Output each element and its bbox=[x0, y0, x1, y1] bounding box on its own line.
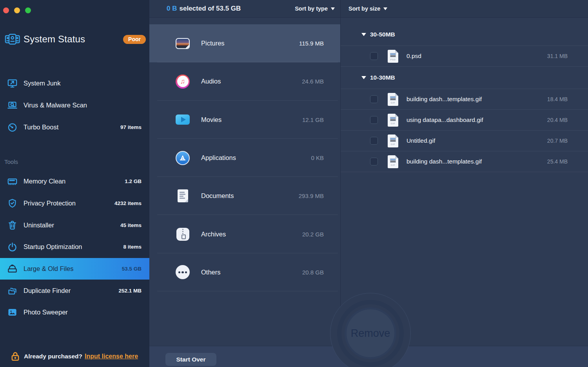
panel-header-strip: 0 Bselected of 53.5 GB Sort by type Sort… bbox=[149, 0, 588, 18]
group-collapse-icon bbox=[361, 33, 366, 36]
sidebar-item-large-old-files[interactable]: Large & Old Files 53.5 GB bbox=[0, 258, 149, 280]
category-label: Others bbox=[201, 269, 221, 276]
file-row[interactable]: gif building dash...templates.gif 25.4 M… bbox=[341, 151, 588, 172]
category-label: Archives bbox=[201, 231, 226, 238]
ellipsis-icon bbox=[176, 265, 190, 279]
license-prompt: Already purchased? bbox=[24, 353, 82, 360]
file-size: 18.4 MB bbox=[547, 96, 568, 102]
start-over-button[interactable]: Start Over bbox=[165, 353, 216, 366]
file-row[interactable]: gif using datapa...dashboard.gif 20.4 MB bbox=[341, 110, 588, 131]
file-icon: gif bbox=[388, 134, 398, 147]
tools-section-heading: Tools bbox=[4, 158, 18, 165]
sidebar-item-value: 4232 items bbox=[114, 200, 142, 206]
zoom-window-icon[interactable] bbox=[25, 7, 31, 13]
category-label: Applications bbox=[201, 154, 236, 162]
file-name: 0.psd bbox=[407, 53, 421, 60]
shield-check-icon bbox=[7, 198, 18, 209]
category-label: Pictures bbox=[201, 40, 225, 47]
group-collapse-icon bbox=[361, 76, 366, 79]
category-row-others[interactable]: Others 20.8 GB bbox=[149, 253, 340, 291]
sidebar-item-label: Virus & Malware Scan bbox=[24, 102, 87, 109]
lock-icon bbox=[10, 351, 20, 362]
file-icon: gif bbox=[388, 93, 398, 106]
file-group-10-30mb[interactable]: 10-30MB bbox=[341, 67, 588, 89]
close-window-icon[interactable] bbox=[3, 7, 9, 13]
sidebar-item-value: 1.2 GB bbox=[125, 178, 142, 184]
zip-archive-icon bbox=[176, 228, 189, 241]
file-row[interactable]: gif building dash...templates.gif 18.4 M… bbox=[341, 89, 588, 110]
selected-of-total: selected of 53.5 GB bbox=[179, 5, 241, 12]
sidebar-item-label: Large & Old Files bbox=[24, 265, 73, 273]
file-icon: gif bbox=[388, 114, 398, 127]
file-group-30-50mb[interactable]: 30-50MB bbox=[341, 18, 588, 46]
file-row[interactable]: psd 0.psd 31.1 MB bbox=[341, 46, 588, 67]
category-size: 12.1 GB bbox=[302, 116, 324, 123]
sidebar-item-label: Uninstaller bbox=[24, 222, 54, 229]
sidebar-item-startup-optimization[interactable]: Startup Optimization 8 items bbox=[0, 236, 149, 258]
sort-by-type-dropdown[interactable]: Sort by type bbox=[295, 5, 335, 12]
category-row-archives[interactable]: Archives 20.2 GB bbox=[149, 215, 340, 253]
file-name: building dash...templates.gif bbox=[407, 158, 482, 165]
category-row-documents[interactable]: Documents 293.9 MB bbox=[149, 177, 340, 215]
sidebar-item-value: 97 items bbox=[120, 124, 142, 130]
file-checkbox[interactable] bbox=[370, 95, 378, 103]
category-row-pictures[interactable]: Pictures 115.9 MB bbox=[149, 24, 340, 62]
sidebar-nav-main: System Junk Virus & Malware Scan bbox=[0, 73, 149, 138]
category-row-applications[interactable]: Applications 0 KB bbox=[149, 139, 340, 177]
document-icon bbox=[178, 189, 188, 202]
category-size: 20.8 GB bbox=[302, 269, 324, 276]
app-window: { "colors":{ "sidebar-bg":"#1f2b41","mai… bbox=[0, 0, 588, 367]
input-license-link[interactable]: Input license here bbox=[85, 353, 138, 360]
sidebar-item-value: 45 items bbox=[120, 222, 142, 228]
sidebar-item-privacy-protection[interactable]: Privacy Protection 4232 items bbox=[0, 193, 149, 214]
category-size: 24.6 MB bbox=[302, 78, 324, 85]
sidebar-item-label: Privacy Protection bbox=[24, 200, 76, 207]
pictures-icon bbox=[176, 38, 190, 49]
sidebar: System Status Poor System Junk bbox=[0, 0, 149, 367]
categories-list: Pictures 115.9 MB ♫ Audios 24.6 MB Movie… bbox=[149, 24, 340, 291]
sidebar-item-label: Memory Clean bbox=[24, 178, 65, 185]
duplicate-folders-icon bbox=[7, 285, 18, 296]
remove-button[interactable]: Remove bbox=[345, 307, 396, 359]
file-name: building dash...templates.gif bbox=[407, 96, 482, 103]
file-checkbox[interactable] bbox=[370, 116, 378, 124]
monitor-arrow-icon bbox=[7, 78, 18, 89]
minimize-window-icon[interactable] bbox=[14, 7, 20, 13]
files-header-bar: Sort by size bbox=[340, 0, 588, 17]
category-label: Audios bbox=[201, 78, 221, 85]
sort-by-size-label: Sort by size bbox=[348, 5, 380, 12]
sidebar-item-duplicate-finder[interactable]: Duplicate Finder 252.1 MB bbox=[0, 280, 149, 302]
file-checkbox[interactable] bbox=[370, 158, 378, 165]
sidebar-item-virus-malware-scan[interactable]: Virus & Malware Scan bbox=[0, 94, 149, 116]
sidebar-item-value: 252.1 MB bbox=[118, 288, 142, 294]
categories-footer: Start Over bbox=[149, 346, 341, 367]
sidebar-item-system-junk[interactable]: System Junk bbox=[0, 73, 149, 94]
category-row-audios[interactable]: ♫ Audios 24.6 MB bbox=[149, 62, 340, 100]
speedometer-icon bbox=[7, 122, 18, 133]
sidebar-item-memory-clean[interactable]: Memory Clean 1.2 GB bbox=[0, 171, 149, 193]
selection-summary-bar: 0 Bselected of 53.5 GB Sort by type bbox=[149, 0, 340, 17]
music-icon: ♫ bbox=[176, 74, 190, 89]
photo-icon bbox=[7, 307, 18, 318]
sidebar-nav-tools: Memory Clean 1.2 GB Privacy Protection 4… bbox=[0, 171, 149, 323]
file-size: 20.4 MB bbox=[547, 117, 568, 123]
sort-by-size-dropdown[interactable]: Sort by size bbox=[348, 5, 387, 12]
sidebar-item-photo-sweeper[interactable]: Photo Sweeper bbox=[0, 302, 149, 323]
file-row[interactable]: gif Untitled.gif 20.7 MB bbox=[341, 131, 588, 151]
file-size: 25.4 MB bbox=[547, 158, 568, 165]
sidebar-item-turbo-boost[interactable]: Turbo Boost 97 items bbox=[0, 116, 149, 138]
files-list: 30-50MB psd 0.psd 31.1 MB 10-30MB gif bu… bbox=[341, 18, 588, 172]
file-checkbox[interactable] bbox=[370, 137, 378, 145]
page-title: System Status bbox=[24, 34, 85, 45]
app-header: System Status Poor bbox=[5, 31, 146, 47]
ram-icon bbox=[7, 176, 18, 187]
selection-summary: 0 Bselected of 53.5 GB bbox=[167, 5, 241, 13]
sidebar-item-label: Turbo Boost bbox=[24, 124, 58, 131]
file-checkbox[interactable] bbox=[370, 52, 378, 60]
category-label: Movies bbox=[201, 116, 221, 124]
window-controls bbox=[3, 7, 31, 13]
sidebar-item-uninstaller[interactable]: Uninstaller 45 items bbox=[0, 214, 149, 236]
file-name: Untitled.gif bbox=[407, 137, 435, 144]
category-row-movies[interactable]: Movies 12.1 GB bbox=[149, 101, 340, 139]
system-status-icon bbox=[5, 33, 20, 45]
